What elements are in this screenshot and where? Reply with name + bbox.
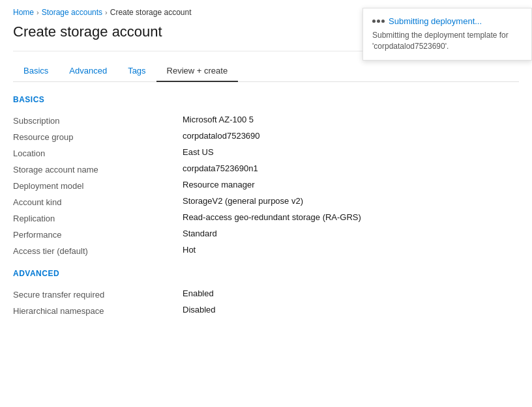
row-account-kind: Account kind StorageV2 (general purpose … (13, 193, 519, 210)
label-location: Location (13, 147, 183, 158)
tab-advanced[interactable]: Advanced (59, 61, 117, 82)
value-hierarchical-namespace: Disabled (183, 305, 519, 315)
label-account-kind: Account kind (13, 196, 183, 207)
advanced-section: ADVANCED Secure transfer required Enable… (13, 269, 519, 318)
row-subscription: Subscription Microsoft AZ-100 5 (13, 112, 519, 128)
notification-header: Submitting deployment... (372, 16, 522, 26)
basics-section-header: BASICS (13, 95, 519, 104)
row-performance: Performance Standard (13, 226, 519, 242)
page-container: Home › Storage accounts › Create storage… (0, 0, 532, 342)
value-performance: Standard (183, 229, 519, 238)
value-replication: Read-access geo-redundant storage (RA-GR… (183, 212, 519, 222)
label-secure-transfer: Secure transfer required (13, 288, 183, 300)
row-storage-account-name: Storage account name corpdata7523690n1 (13, 161, 519, 177)
label-replication: Replication (13, 212, 183, 223)
row-deployment-model: Deployment model Resource manager (13, 177, 519, 193)
dot-1 (372, 20, 376, 23)
row-access-tier: Access tier (default) Hot (13, 242, 519, 259)
value-subscription: Microsoft AZ-100 5 (183, 115, 519, 124)
value-resource-group: corpdatalod7523690 (183, 131, 519, 141)
value-deployment-model: Resource manager (183, 180, 519, 189)
breadcrumb-storage-accounts[interactable]: Storage accounts (42, 8, 102, 17)
notification-body: Submitting the deployment template for '… (372, 30, 522, 52)
label-performance: Performance (13, 229, 183, 240)
value-storage-account-name: corpdata7523690n1 (183, 163, 519, 173)
label-storage-account-name: Storage account name (13, 163, 183, 175)
breadcrumb-current: Create storage account (110, 8, 192, 17)
notification-popup: Submitting deployment... Submitting the … (362, 8, 532, 61)
row-replication: Replication Read-access geo-redundant st… (13, 210, 519, 226)
row-hierarchical-namespace: Hierarchical namespace Disabled (13, 302, 519, 318)
label-resource-group: Resource group (13, 131, 183, 142)
breadcrumb-home[interactable]: Home (13, 8, 34, 17)
row-secure-transfer: Secure transfer required Enabled (13, 286, 519, 302)
label-access-tier: Access tier (default) (13, 245, 183, 256)
label-deployment-model: Deployment model (13, 180, 183, 191)
advanced-section-header: ADVANCED (13, 269, 519, 278)
tab-bar: Basics Advanced Tags Review + create (13, 61, 519, 82)
tab-tags[interactable]: Tags (117, 61, 156, 82)
label-subscription: Subscription (13, 115, 183, 126)
row-resource-group: Resource group corpdatalod7523690 (13, 128, 519, 145)
tab-review-create[interactable]: Review + create (156, 61, 239, 82)
value-access-tier: Hot (183, 245, 519, 255)
dot-3 (381, 20, 385, 23)
breadcrumb-sep-1: › (37, 8, 39, 16)
row-location: Location East US (13, 145, 519, 161)
value-secure-transfer: Enabled (183, 288, 519, 298)
breadcrumb-sep-2: › (105, 8, 108, 16)
notification-dots (372, 20, 385, 23)
value-account-kind: StorageV2 (general purpose v2) (183, 196, 519, 206)
dot-2 (377, 20, 380, 23)
basics-section: BASICS Subscription Microsoft AZ-100 5 R… (13, 95, 519, 259)
notification-title[interactable]: Submitting deployment... (389, 16, 482, 26)
label-hierarchical-namespace: Hierarchical namespace (13, 305, 183, 316)
value-location: East US (183, 147, 519, 157)
tab-basics[interactable]: Basics (13, 61, 59, 82)
